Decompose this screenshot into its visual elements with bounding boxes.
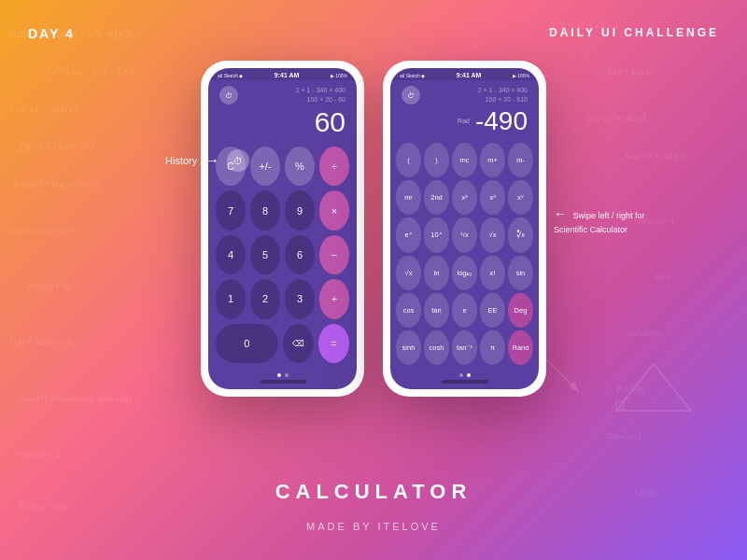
btn-minus[interactable]: −	[319, 235, 349, 274]
standard-buttons: C +/- % ÷ 7 8 9 × 4 5 6 −	[208, 142, 357, 371]
dot-2	[285, 373, 289, 377]
sci-btn-10x[interactable]: 10ˣ	[424, 217, 449, 252]
sci-signal-icon: ▶ 100%	[513, 73, 529, 78]
sci-btn-sin[interactable]: sin	[508, 256, 533, 290]
sci-btn-mc[interactable]: mc	[452, 143, 477, 177]
sci-btn-mplus[interactable]: m+	[480, 143, 505, 177]
svg-text:cos(2x)=cos²x-sin²x: cos(2x)=cos²x-sin²x	[9, 226, 77, 235]
svg-marker-24	[570, 381, 579, 392]
history-icon: ⏱	[227, 149, 249, 172]
sci-btn-taninv[interactable]: tan⁻¹	[452, 330, 477, 365]
home-indicator	[260, 380, 306, 384]
history-line1: 2 + 1 - 340 × 400	[296, 86, 345, 95]
sci-dot-2	[467, 373, 471, 377]
sci-btn-ln[interactable]: ln	[424, 256, 449, 290]
sci-btn-sinh[interactable]: sinh	[396, 330, 421, 365]
btn-equals[interactable]: =	[318, 324, 349, 363]
daily-ui-label: DAILY UI CHALLENGE	[549, 26, 719, 39]
btn-divide[interactable]: ÷	[319, 147, 349, 186]
history-line2: 100 + 20 - 60	[296, 95, 345, 105]
btn-plusminus[interactable]: +/-	[250, 147, 280, 186]
btn-7[interactable]: 7	[216, 190, 246, 230]
sci-btn-inv[interactable]: ¹/x	[452, 217, 477, 252]
sci-btn-pi[interactable]: π	[480, 330, 505, 365]
svg-text:c(x-a)² = sec(x): c(x-a)² = sec(x)	[588, 113, 646, 124]
sci-time-display: 9:41 AM	[457, 72, 482, 78]
sci-btn-tan[interactable]: tan	[424, 293, 449, 328]
btn-9[interactable]: 9	[285, 190, 315, 230]
sci-btn-xsq[interactable]: x²	[452, 180, 477, 215]
sci-row-4: √x ln log₁₀ x! sin	[396, 256, 533, 290]
btn-multiply[interactable]: ×	[319, 190, 349, 230]
sci-btn-sqrt2[interactable]: √x	[396, 256, 421, 290]
status-icons: ▶ 100%	[331, 73, 347, 78]
footer-credit: MADE BY ITELOVE	[306, 521, 441, 532]
svg-marker-21	[616, 364, 691, 411]
btn-row-3: 4 5 6 −	[216, 235, 349, 274]
sci-btn-log10[interactable]: log₁₀	[452, 256, 477, 290]
svg-text:e^(iπ)+1=0: e^(iπ)+1=0	[28, 281, 70, 292]
btn-row-2: 7 8 9 ×	[216, 190, 349, 230]
btn-0[interactable]: 0	[216, 324, 278, 363]
svg-text:∂f/∂x: ∂f/∂x	[654, 273, 671, 282]
btn-row-4: 1 2 3 +	[216, 279, 349, 318]
sci-btn-deg[interactable]: Deg	[508, 293, 533, 328]
btn-5[interactable]: 5	[250, 235, 280, 274]
sci-btn-ee[interactable]: EE	[480, 293, 505, 328]
sci-btn-mminus[interactable]: m-	[508, 143, 533, 177]
sci-btn-rparen[interactable]: )	[424, 143, 449, 177]
btn-6[interactable]: 6	[285, 235, 315, 274]
calc-result: 60	[219, 106, 345, 138]
sci-history-icon[interactable]: ⏱	[402, 86, 420, 105]
svg-text:√(a²+b²)=c: √(a²+b²)=c	[626, 329, 662, 338]
sci-btn-cosh[interactable]: cosh	[424, 330, 449, 365]
calc-display: ⏱ 2 + 1 - 340 × 400 100 + 20 - 60 60	[208, 80, 357, 142]
sci-btn-cbrt[interactable]: ∛x	[508, 217, 533, 252]
sci-carrier-label: atl Sketch ◆	[400, 73, 425, 78]
status-bar: atl Sketch ◆ 9:41 AM ▶ 100%	[208, 68, 357, 80]
btn-8[interactable]: 8	[250, 190, 280, 230]
sci-row-2: mr 2nd x² x³ xʸ	[396, 180, 533, 215]
sci-btn-cos[interactable]: cos	[396, 293, 421, 328]
footer-title: CALCULATOR	[275, 480, 472, 504]
btn-plus[interactable]: +	[319, 279, 349, 318]
svg-text:P(A∪B): P(A∪B)	[616, 385, 645, 394]
btn-3[interactable]: 3	[285, 279, 315, 318]
btn-percent[interactable]: %	[285, 147, 315, 186]
sci-btn-e[interactable]: e	[452, 293, 477, 328]
sci-btn-lparen[interactable]: (	[396, 143, 421, 177]
page-dots	[208, 371, 357, 380]
sci-btn-xpowy[interactable]: xʸ	[508, 180, 533, 215]
sci-status-bar: atl Sketch ◆ 9:41 AM ▶ 100%	[390, 68, 539, 80]
btn-1[interactable]: 1	[216, 279, 246, 318]
sci-calc-display: ⏱ 2 + 1 - 340 × 400 100 + 20 - 610 Rad -…	[390, 80, 539, 140]
sci-home-indicator	[442, 380, 488, 384]
sci-btn-sqrt[interactable]: √x	[480, 217, 505, 252]
swipe-hint: ← Swipe left / right for Scientific Calc…	[554, 205, 656, 235]
sci-btn-ex[interactable]: eˣ	[396, 217, 421, 252]
sci-history-line1: 2 + 1 - 340 × 400	[478, 86, 528, 95]
svg-text:f'(x) = lim(h→0): f'(x) = lim(h→0)	[9, 337, 72, 348]
btn-2[interactable]: 2	[250, 279, 280, 318]
svg-text:f(x) = sin(x): f(x) = sin(x)	[607, 66, 653, 77]
scientific-calc-screen: atl Sketch ◆ 9:41 AM ▶ 100% ⏱ 2 + 1 - 34…	[390, 68, 539, 389]
svg-line-23	[542, 355, 579, 392]
day-label: DAY 4	[28, 26, 75, 41]
btn-row-5: 0 ⌫ =	[216, 324, 349, 363]
history-icon-small[interactable]: ⏱	[219, 86, 238, 105]
rad-label: Rad	[458, 118, 470, 124]
history-button[interactable]: History → ⏱	[165, 149, 249, 172]
sci-btn-fact[interactable]: x!	[480, 256, 505, 290]
sci-btn-2nd[interactable]: 2nd	[424, 180, 449, 215]
sci-btn-rand[interactable]: Rand	[508, 330, 533, 365]
svg-text:3×[p(x)] + 2: 3×[p(x)] + 2	[14, 449, 61, 460]
svg-text:csc(-x) = -csc(x): csc(-x) = -csc(x)	[9, 103, 78, 115]
history-label: History	[165, 155, 197, 166]
svg-text:tan(-x) = -tan(x): tan(-x) = -tan(x)	[626, 150, 686, 161]
sci-btn-xcube[interactable]: x³	[480, 180, 505, 215]
sci-btn-mr[interactable]: mr	[396, 180, 421, 215]
btn-4[interactable]: 4	[216, 235, 246, 274]
scientific-buttons: ( ) mc m+ m- mr 2nd x² x³ xʸ eˣ 10ˣ	[390, 140, 539, 371]
btn-backspace[interactable]: ⌫	[283, 324, 314, 363]
svg-text:Q(10): Q(10)	[635, 487, 655, 497]
